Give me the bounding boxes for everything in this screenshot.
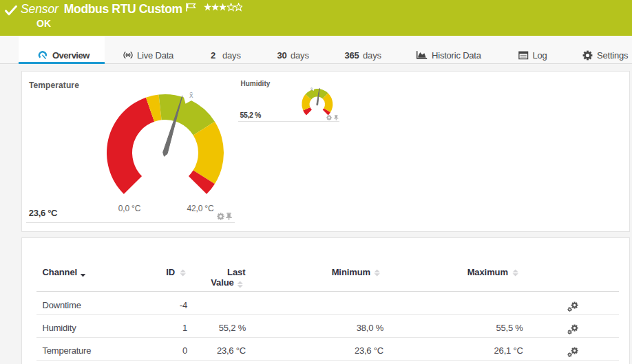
gauge-icon <box>38 50 48 60</box>
flag-icon[interactable] <box>186 3 197 12</box>
star-filled-icon[interactable] <box>204 3 211 12</box>
gauge-settings-icon[interactable] <box>217 213 224 220</box>
tab-live-data[interactable]: Live Data <box>123 36 173 64</box>
table-header-divider <box>36 291 619 292</box>
column-header-minimum[interactable]: Minimum <box>332 267 370 277</box>
channels-table-panel: Channel ID Last Value Minimum Maximum Do… <box>21 237 630 364</box>
tab-30-days-number: 30 <box>277 50 287 61</box>
tab-30-days-label: days <box>291 50 309 61</box>
cell-id: 0 <box>182 345 187 356</box>
tab-historic-data-label: Historic Data <box>432 50 481 61</box>
tab-365-days-number: 365 <box>345 50 359 61</box>
cell-maximum: 26,1 °C <box>494 345 523 356</box>
temperature-value: 23,6 °C <box>29 208 57 218</box>
sort-icon-id[interactable] <box>180 269 186 277</box>
tab-log[interactable]: Log <box>518 36 547 64</box>
tab-bar: Overview Live Data 2 days 30 days 365 da… <box>0 36 632 64</box>
channel-settings-gears-icon[interactable] <box>567 301 579 312</box>
gauge-max-label: 42,0 °C <box>187 204 214 213</box>
live-data-icon <box>123 50 133 60</box>
cell-channel[interactable]: Downtime <box>43 300 81 310</box>
humidity-value: 55,2 % <box>240 111 262 119</box>
pin-icon[interactable] <box>334 115 339 120</box>
column-header-last-value-line2[interactable]: Value <box>211 277 233 288</box>
gauges-panel: Temperature Humidity x̄ x̄ 0,0 °C 42,0 °… <box>21 71 630 232</box>
tab-overview[interactable]: Overview <box>19 36 105 64</box>
sensor-status-banner: SensorModbus RTU Custom OK <box>0 0 632 36</box>
channel-settings-gears-icon[interactable] <box>567 324 579 335</box>
tab-live-data-label: Live Data <box>137 50 173 61</box>
cell-maximum: 55,5 % <box>496 323 523 333</box>
cell-id: -4 <box>180 300 187 310</box>
cell-channel[interactable]: Humidity <box>43 323 76 333</box>
cell-channel[interactable]: Temperature <box>43 345 92 356</box>
star-filled-icon[interactable] <box>211 3 219 12</box>
gauge-charts <box>22 72 631 231</box>
page-title-type: Sensor <box>21 2 59 16</box>
priority-stars[interactable] <box>204 3 242 12</box>
settings-gear-icon <box>582 50 593 61</box>
humidity-tile-underline <box>238 121 339 122</box>
column-header-channel[interactable]: Channel <box>43 267 78 277</box>
humidity-tile-actions <box>326 115 339 120</box>
gauge-min-label: 0,0 °C <box>118 204 140 213</box>
temperature-tile-actions <box>217 213 232 220</box>
cell-last-value: 23,6 °C <box>217 345 246 356</box>
sort-icon-maximum[interactable] <box>512 269 518 277</box>
column-header-maximum[interactable]: Maximum <box>467 267 508 277</box>
historic-data-icon <box>416 50 428 60</box>
tab-2-days[interactable]: 2 days <box>211 36 241 64</box>
tab-settings[interactable]: Settings <box>582 36 628 64</box>
tab-30-days[interactable]: 30 days <box>277 36 309 64</box>
row-divider <box>36 337 619 338</box>
star-outline-icon[interactable] <box>235 3 242 12</box>
temperature-tile-underline <box>26 222 235 223</box>
row-divider <box>36 360 619 361</box>
column-header-last-value-line1[interactable]: Last <box>227 267 245 277</box>
gauge-settings-icon[interactable] <box>326 115 332 120</box>
sort-icon-last-value[interactable] <box>237 281 243 288</box>
tab-2-days-number: 2 <box>211 50 215 61</box>
cell-id: 1 <box>182 323 187 333</box>
tab-2-days-label: days <box>222 50 241 61</box>
tab-historic-data[interactable]: Historic Data <box>416 36 481 64</box>
row-divider <box>36 314 619 315</box>
cell-minimum: 23,6 °C <box>355 345 383 356</box>
log-icon <box>518 51 529 60</box>
tab-overview-label: Overview <box>52 50 89 61</box>
cell-last-value: 55,2 % <box>219 323 246 333</box>
pin-icon[interactable] <box>226 213 232 220</box>
star-filled-icon[interactable] <box>219 3 227 12</box>
sort-icon-minimum[interactable] <box>374 269 380 277</box>
tab-365-days[interactable]: 365 days <box>345 36 381 64</box>
star-outline-icon[interactable] <box>227 3 235 12</box>
tab-log-label: Log <box>533 50 547 61</box>
sort-caret-icon <box>80 273 86 277</box>
tab-settings-label: Settings <box>597 50 628 61</box>
status-badge: OK <box>36 18 51 29</box>
page-title-name: Modbus RTU Custom <box>64 2 182 16</box>
channel-settings-gears-icon[interactable] <box>567 347 579 358</box>
tab-365-days-label: days <box>363 50 381 61</box>
cell-minimum: 38,0 % <box>357 323 383 333</box>
page-title: SensorModbus RTU Custom <box>21 2 182 17</box>
humidity-average-marker: x̄ <box>310 87 313 92</box>
column-header-id[interactable]: ID <box>166 267 175 277</box>
ok-check-icon <box>5 6 17 16</box>
temperature-average-marker: x̄ <box>189 91 193 99</box>
